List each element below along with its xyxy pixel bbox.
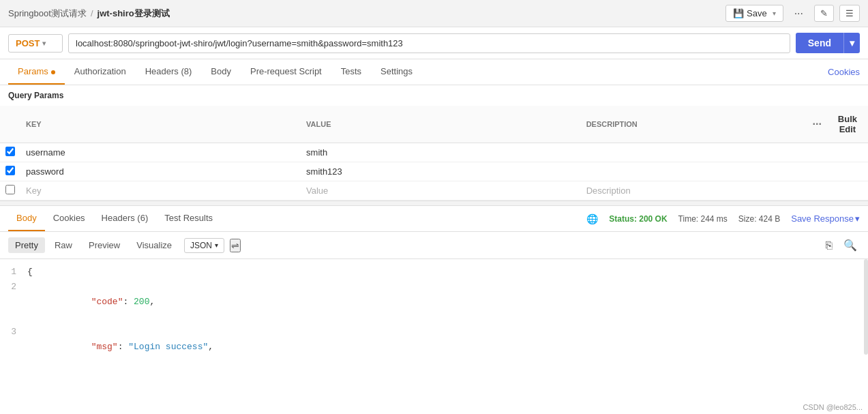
tab-params[interactable]: Params bbox=[8, 59, 65, 85]
row-value: smith bbox=[306, 147, 327, 158]
col-bulk-edit: Bulk Edit bbox=[827, 106, 868, 143]
edit-button[interactable]: ✎ bbox=[814, 5, 834, 22]
code-line-2: 2 "code": 200, bbox=[0, 280, 868, 325]
tab-headers[interactable]: Headers (8) bbox=[136, 59, 202, 85]
scrollbar[interactable] bbox=[864, 259, 868, 355]
bulk-edit-button[interactable]: Bulk Edit bbox=[833, 110, 863, 138]
tab-pre-request[interactable]: Pre-request Script bbox=[241, 59, 331, 85]
method-label: POST bbox=[16, 38, 40, 48]
row-desc-cell bbox=[581, 162, 807, 181]
response-tab-cookies[interactable]: Cookies bbox=[45, 206, 93, 231]
code-view: 1 { 2 "code": 200, 3 "msg": "Login succe… bbox=[0, 259, 868, 355]
col-more: ··· bbox=[807, 106, 826, 143]
header-actions: 💾 Save ▾ ··· ✎ ☰ bbox=[725, 5, 860, 23]
method-selector[interactable]: POST ▾ bbox=[8, 34, 63, 53]
response-status: Status: 200 OK bbox=[609, 214, 667, 224]
code-line-1: 1 { bbox=[0, 265, 868, 280]
json-type-selector[interactable]: JSON ▾ bbox=[184, 238, 224, 253]
send-chevron-icon[interactable]: ▾ bbox=[843, 33, 860, 53]
save-button[interactable]: 💾 Save ▾ bbox=[725, 5, 783, 22]
wrap-lines-button[interactable]: ⇌ bbox=[230, 239, 241, 252]
send-button[interactable]: Send ▾ bbox=[796, 33, 860, 53]
format-tab-raw[interactable]: Raw bbox=[48, 237, 79, 253]
table-row: username smith bbox=[0, 143, 868, 162]
section-divider bbox=[0, 201, 868, 206]
search-button[interactable]: 🔍 bbox=[841, 236, 860, 254]
watermark: CSDN @leo825... bbox=[803, 403, 863, 411]
url-bar: POST ▾ Send ▾ bbox=[0, 27, 868, 59]
breadcrumb-separator: / bbox=[91, 8, 93, 18]
tab-tests[interactable]: Tests bbox=[331, 59, 371, 85]
query-params-label: Query Params bbox=[0, 85, 868, 106]
comment-button[interactable]: ☰ bbox=[839, 5, 860, 22]
format-tab-pretty[interactable]: Pretty bbox=[8, 237, 45, 253]
row-key-cell: username bbox=[20, 143, 301, 162]
response-time: Time: 244 ms bbox=[678, 214, 728, 224]
col-check bbox=[0, 106, 20, 143]
format-tab-visualize[interactable]: Visualize bbox=[130, 237, 179, 253]
row-key: password bbox=[26, 166, 64, 177]
row-actions bbox=[807, 181, 826, 201]
tab-authorization[interactable]: Authorization bbox=[65, 59, 136, 85]
row-checkbox-cell bbox=[0, 181, 20, 201]
cookies-link[interactable]: Cookies bbox=[828, 67, 860, 77]
params-dot bbox=[51, 70, 55, 74]
response-size: Size: 424 B bbox=[738, 214, 780, 224]
format-tab-preview[interactable]: Preview bbox=[82, 237, 127, 253]
row-key: username bbox=[26, 147, 65, 158]
method-chevron-icon: ▾ bbox=[42, 40, 46, 47]
tab-body[interactable]: Body bbox=[201, 59, 241, 85]
row-checkbox[interactable] bbox=[5, 147, 15, 156]
line-number: 2 bbox=[0, 280, 27, 295]
comment-icon: ☰ bbox=[845, 8, 854, 18]
format-actions: ⎘ 🔍 bbox=[823, 236, 860, 254]
breadcrumb-current: jwt-shiro登录测试 bbox=[98, 8, 170, 20]
response-tabs-row: Body Cookies Headers (6) Test Results 🌐 … bbox=[0, 206, 868, 232]
json-type-label: JSON bbox=[190, 241, 212, 250]
request-tabs: Params Authorization Headers (8) Body Pr… bbox=[8, 59, 422, 85]
response-tabs: Body Cookies Headers (6) Test Results bbox=[8, 206, 221, 231]
url-input[interactable] bbox=[68, 33, 790, 53]
row-key-cell: password bbox=[20, 162, 301, 181]
response-tab-body[interactable]: Body bbox=[8, 206, 45, 231]
placeholder-value: Value bbox=[306, 186, 328, 196]
tab-settings[interactable]: Settings bbox=[371, 59, 422, 85]
table-row: password smith123 bbox=[0, 162, 868, 181]
col-description: DESCRIPTION bbox=[581, 106, 807, 143]
row-desc-cell bbox=[581, 143, 807, 162]
row-checkbox-cell bbox=[0, 162, 20, 181]
row-checkbox[interactable] bbox=[5, 166, 15, 175]
header-bar: Springboot测试请求 / jwt-shiro登录测试 💾 Save ▾ … bbox=[0, 0, 868, 27]
line-number: 1 bbox=[0, 265, 27, 280]
breadcrumb: Springboot测试请求 / jwt-shiro登录测试 bbox=[8, 8, 170, 20]
table-more-icon[interactable]: ··· bbox=[812, 118, 821, 130]
response-tab-headers[interactable]: Headers (6) bbox=[93, 206, 157, 231]
params-table: KEY VALUE DESCRIPTION ··· Bulk Edit user… bbox=[0, 106, 868, 201]
more-options-button[interactable]: ··· bbox=[789, 5, 809, 23]
save-chevron-icon: ▾ bbox=[773, 10, 776, 17]
line-content: "msg": "Login success", bbox=[27, 325, 868, 355]
request-tabs-row: Params Authorization Headers (8) Body Pr… bbox=[0, 59, 868, 85]
line-content: "code": 200, bbox=[27, 280, 868, 325]
response-tab-test-results[interactable]: Test Results bbox=[156, 206, 221, 231]
row-desc-cell: Description bbox=[581, 181, 807, 201]
row-checkbox[interactable] bbox=[5, 185, 15, 194]
globe-icon: 🌐 bbox=[586, 213, 598, 224]
breadcrumb-parent: Springboot测试请求 bbox=[8, 8, 87, 20]
copy-button[interactable]: ⎘ bbox=[823, 237, 835, 254]
edit-icon: ✎ bbox=[820, 8, 828, 18]
save-response-chevron-icon: ▾ bbox=[855, 213, 860, 224]
col-key: KEY bbox=[20, 106, 301, 143]
row-actions bbox=[807, 162, 826, 181]
table-row: Key Value Description bbox=[0, 181, 868, 201]
row-value-cell: Value bbox=[301, 181, 581, 201]
send-label: Send bbox=[796, 33, 843, 53]
row-value-cell: smith bbox=[301, 143, 581, 162]
placeholder-desc: Description bbox=[586, 186, 631, 196]
code-line-3: 3 "msg": "Login success", bbox=[0, 325, 868, 355]
save-response-button[interactable]: Save Response ▾ bbox=[791, 213, 860, 224]
json-type-chevron-icon: ▾ bbox=[215, 241, 218, 249]
save-icon: 💾 bbox=[733, 8, 744, 18]
row-value-cell: smith123 bbox=[301, 162, 581, 181]
col-value: VALUE bbox=[301, 106, 581, 143]
